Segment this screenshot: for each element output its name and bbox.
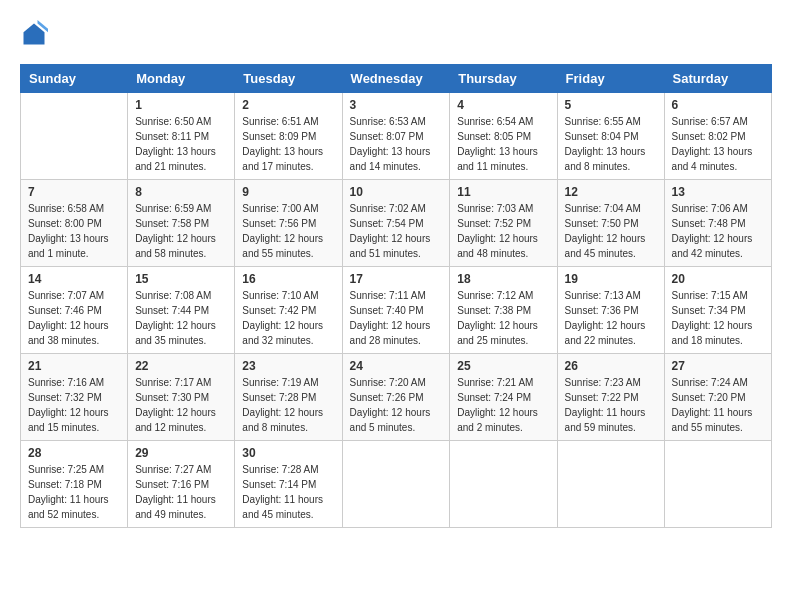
day-number: 15 [135, 272, 227, 286]
day-number: 18 [457, 272, 549, 286]
logo [20, 20, 52, 48]
day-info: Sunrise: 6:58 AM Sunset: 8:00 PM Dayligh… [28, 201, 120, 261]
day-number: 19 [565, 272, 657, 286]
day-number: 6 [672, 98, 764, 112]
day-info: Sunrise: 7:20 AM Sunset: 7:26 PM Dayligh… [350, 375, 443, 435]
calendar-cell [664, 441, 771, 528]
calendar-cell: 3Sunrise: 6:53 AM Sunset: 8:07 PM Daylig… [342, 93, 450, 180]
day-info: Sunrise: 7:10 AM Sunset: 7:42 PM Dayligh… [242, 288, 334, 348]
day-info: Sunrise: 7:02 AM Sunset: 7:54 PM Dayligh… [350, 201, 443, 261]
day-header-tuesday: Tuesday [235, 65, 342, 93]
calendar-cell: 19Sunrise: 7:13 AM Sunset: 7:36 PM Dayli… [557, 267, 664, 354]
calendar-table: SundayMondayTuesdayWednesdayThursdayFrid… [20, 64, 772, 528]
day-number: 16 [242, 272, 334, 286]
calendar-cell [342, 441, 450, 528]
calendar-cell [21, 93, 128, 180]
day-info: Sunrise: 7:23 AM Sunset: 7:22 PM Dayligh… [565, 375, 657, 435]
day-info: Sunrise: 6:54 AM Sunset: 8:05 PM Dayligh… [457, 114, 549, 174]
day-number: 25 [457, 359, 549, 373]
calendar-cell: 5Sunrise: 6:55 AM Sunset: 8:04 PM Daylig… [557, 93, 664, 180]
day-number: 3 [350, 98, 443, 112]
calendar-cell: 29Sunrise: 7:27 AM Sunset: 7:16 PM Dayli… [128, 441, 235, 528]
day-info: Sunrise: 7:27 AM Sunset: 7:16 PM Dayligh… [135, 462, 227, 522]
day-header-wednesday: Wednesday [342, 65, 450, 93]
calendar-header-row: SundayMondayTuesdayWednesdayThursdayFrid… [21, 65, 772, 93]
day-info: Sunrise: 7:28 AM Sunset: 7:14 PM Dayligh… [242, 462, 334, 522]
day-info: Sunrise: 6:57 AM Sunset: 8:02 PM Dayligh… [672, 114, 764, 174]
day-info: Sunrise: 6:50 AM Sunset: 8:11 PM Dayligh… [135, 114, 227, 174]
day-header-monday: Monday [128, 65, 235, 93]
day-number: 9 [242, 185, 334, 199]
day-info: Sunrise: 7:04 AM Sunset: 7:50 PM Dayligh… [565, 201, 657, 261]
day-info: Sunrise: 6:55 AM Sunset: 8:04 PM Dayligh… [565, 114, 657, 174]
calendar-cell: 15Sunrise: 7:08 AM Sunset: 7:44 PM Dayli… [128, 267, 235, 354]
day-info: Sunrise: 7:07 AM Sunset: 7:46 PM Dayligh… [28, 288, 120, 348]
day-number: 30 [242, 446, 334, 460]
day-number: 29 [135, 446, 227, 460]
day-header-thursday: Thursday [450, 65, 557, 93]
day-number: 23 [242, 359, 334, 373]
day-number: 27 [672, 359, 764, 373]
day-number: 22 [135, 359, 227, 373]
calendar-cell: 30Sunrise: 7:28 AM Sunset: 7:14 PM Dayli… [235, 441, 342, 528]
day-info: Sunrise: 7:12 AM Sunset: 7:38 PM Dayligh… [457, 288, 549, 348]
calendar-week-row: 14Sunrise: 7:07 AM Sunset: 7:46 PM Dayli… [21, 267, 772, 354]
day-number: 17 [350, 272, 443, 286]
calendar-cell: 22Sunrise: 7:17 AM Sunset: 7:30 PM Dayli… [128, 354, 235, 441]
day-number: 1 [135, 98, 227, 112]
day-info: Sunrise: 7:06 AM Sunset: 7:48 PM Dayligh… [672, 201, 764, 261]
day-info: Sunrise: 6:51 AM Sunset: 8:09 PM Dayligh… [242, 114, 334, 174]
calendar-cell [450, 441, 557, 528]
calendar-cell: 21Sunrise: 7:16 AM Sunset: 7:32 PM Dayli… [21, 354, 128, 441]
day-number: 24 [350, 359, 443, 373]
day-info: Sunrise: 7:13 AM Sunset: 7:36 PM Dayligh… [565, 288, 657, 348]
day-number: 5 [565, 98, 657, 112]
calendar-week-row: 1Sunrise: 6:50 AM Sunset: 8:11 PM Daylig… [21, 93, 772, 180]
day-info: Sunrise: 6:53 AM Sunset: 8:07 PM Dayligh… [350, 114, 443, 174]
day-number: 12 [565, 185, 657, 199]
calendar-cell: 9Sunrise: 7:00 AM Sunset: 7:56 PM Daylig… [235, 180, 342, 267]
calendar-cell: 12Sunrise: 7:04 AM Sunset: 7:50 PM Dayli… [557, 180, 664, 267]
day-info: Sunrise: 7:08 AM Sunset: 7:44 PM Dayligh… [135, 288, 227, 348]
day-info: Sunrise: 7:11 AM Sunset: 7:40 PM Dayligh… [350, 288, 443, 348]
day-info: Sunrise: 7:19 AM Sunset: 7:28 PM Dayligh… [242, 375, 334, 435]
calendar-week-row: 21Sunrise: 7:16 AM Sunset: 7:32 PM Dayli… [21, 354, 772, 441]
calendar-cell: 11Sunrise: 7:03 AM Sunset: 7:52 PM Dayli… [450, 180, 557, 267]
calendar-cell: 13Sunrise: 7:06 AM Sunset: 7:48 PM Dayli… [664, 180, 771, 267]
calendar-cell: 23Sunrise: 7:19 AM Sunset: 7:28 PM Dayli… [235, 354, 342, 441]
calendar-week-row: 28Sunrise: 7:25 AM Sunset: 7:18 PM Dayli… [21, 441, 772, 528]
day-number: 11 [457, 185, 549, 199]
day-number: 26 [565, 359, 657, 373]
calendar-cell [557, 441, 664, 528]
calendar-cell: 24Sunrise: 7:20 AM Sunset: 7:26 PM Dayli… [342, 354, 450, 441]
calendar-cell: 18Sunrise: 7:12 AM Sunset: 7:38 PM Dayli… [450, 267, 557, 354]
day-info: Sunrise: 7:24 AM Sunset: 7:20 PM Dayligh… [672, 375, 764, 435]
day-number: 10 [350, 185, 443, 199]
day-info: Sunrise: 6:59 AM Sunset: 7:58 PM Dayligh… [135, 201, 227, 261]
calendar-cell: 14Sunrise: 7:07 AM Sunset: 7:46 PM Dayli… [21, 267, 128, 354]
day-info: Sunrise: 7:03 AM Sunset: 7:52 PM Dayligh… [457, 201, 549, 261]
day-info: Sunrise: 7:16 AM Sunset: 7:32 PM Dayligh… [28, 375, 120, 435]
day-info: Sunrise: 7:17 AM Sunset: 7:30 PM Dayligh… [135, 375, 227, 435]
day-header-sunday: Sunday [21, 65, 128, 93]
day-number: 2 [242, 98, 334, 112]
day-number: 8 [135, 185, 227, 199]
calendar-cell: 2Sunrise: 6:51 AM Sunset: 8:09 PM Daylig… [235, 93, 342, 180]
day-number: 14 [28, 272, 120, 286]
calendar-cell: 10Sunrise: 7:02 AM Sunset: 7:54 PM Dayli… [342, 180, 450, 267]
calendar-cell: 16Sunrise: 7:10 AM Sunset: 7:42 PM Dayli… [235, 267, 342, 354]
day-number: 20 [672, 272, 764, 286]
calendar-cell: 27Sunrise: 7:24 AM Sunset: 7:20 PM Dayli… [664, 354, 771, 441]
calendar-cell: 1Sunrise: 6:50 AM Sunset: 8:11 PM Daylig… [128, 93, 235, 180]
day-number: 21 [28, 359, 120, 373]
calendar-cell: 6Sunrise: 6:57 AM Sunset: 8:02 PM Daylig… [664, 93, 771, 180]
day-number: 13 [672, 185, 764, 199]
calendar-week-row: 7Sunrise: 6:58 AM Sunset: 8:00 PM Daylig… [21, 180, 772, 267]
day-header-saturday: Saturday [664, 65, 771, 93]
calendar-cell: 20Sunrise: 7:15 AM Sunset: 7:34 PM Dayli… [664, 267, 771, 354]
calendar-cell: 26Sunrise: 7:23 AM Sunset: 7:22 PM Dayli… [557, 354, 664, 441]
day-number: 7 [28, 185, 120, 199]
day-number: 28 [28, 446, 120, 460]
page-header [20, 20, 772, 48]
calendar-cell: 7Sunrise: 6:58 AM Sunset: 8:00 PM Daylig… [21, 180, 128, 267]
